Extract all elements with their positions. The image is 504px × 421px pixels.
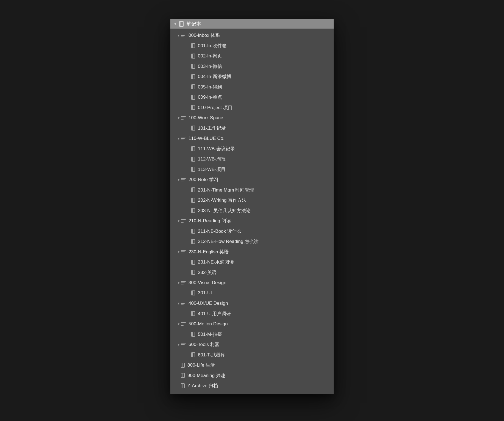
- notebooks-header-title: 笔记本: [186, 21, 201, 27]
- chevron-down-icon: ▼: [176, 34, 181, 37]
- notebook-item[interactable]: 212-NB-How Reading 怎么读: [170, 236, 334, 247]
- chevron-down-icon: ▼: [176, 250, 181, 253]
- notebook-icon: [191, 64, 195, 69]
- tree-item-label: 111-WB-会议记录: [198, 146, 235, 152]
- notebook-icon: [179, 21, 184, 27]
- notebook-item[interactable]: 501-M-拍摄: [170, 329, 334, 340]
- tree-item-label: 002-In-网页: [198, 53, 222, 59]
- tree-item-label: 200-Note 学习: [189, 176, 218, 183]
- notebook-item[interactable]: 112-WB-周报: [170, 154, 334, 164]
- notebook-stack[interactable]: ▼110-W-BLUE Co.: [170, 133, 334, 144]
- stack-icon: [181, 250, 186, 253]
- notebook-item[interactable]: Z-Archive 归档: [170, 381, 334, 391]
- notebook-icon: [191, 239, 195, 244]
- tree-item-label: 800-Life 生活: [187, 362, 215, 368]
- notebook-item[interactable]: 211-NB-Book 读什么: [170, 226, 334, 237]
- stack-icon: [181, 34, 186, 37]
- notebook-item[interactable]: 004-In-新浪微博: [170, 71, 334, 82]
- notebook-item[interactable]: 113-WB-项目: [170, 164, 334, 175]
- tree-item-label: 212-NB-How Reading 怎么读: [198, 238, 259, 245]
- notebook-icon: [191, 105, 195, 110]
- tree-item-label: 600-Tools 利器: [189, 341, 219, 348]
- stack-icon: [181, 343, 186, 346]
- tree-item-label: 001-In-收件箱: [198, 43, 227, 49]
- tree-item-label: 112-WB-周报: [198, 156, 226, 162]
- notebook-item[interactable]: 009-In-圈点: [170, 92, 334, 103]
- tree-item-label: 101-工作记录: [198, 125, 226, 131]
- tree-item-label: 232-英语: [198, 269, 217, 276]
- stack-icon: [181, 322, 186, 326]
- chevron-down-icon: ▼: [176, 219, 181, 223]
- notebook-item[interactable]: 002-In-网页: [170, 51, 334, 61]
- tree-item-label: 110-W-BLUE Co.: [189, 136, 225, 141]
- notebook-icon: [191, 54, 195, 59]
- chevron-down-icon: ▼: [176, 302, 181, 305]
- tree-item-label: 300-Visual Design: [189, 280, 226, 286]
- notebook-icon: [181, 383, 185, 388]
- notebook-stack[interactable]: ▼210-N-Reading 阅读: [170, 216, 334, 226]
- tree-item-label: 230-N-English 英语: [189, 249, 229, 255]
- tree-item-label: 000-Inbox 体系: [189, 32, 220, 38]
- notebook-stack[interactable]: ▼000-Inbox 体系: [170, 30, 334, 41]
- notebook-icon: [191, 270, 195, 275]
- tree-item-label: 501-M-拍摄: [198, 331, 222, 337]
- chevron-down-icon: ▼: [176, 322, 181, 326]
- notebook-item[interactable]: 232-英语: [170, 267, 334, 278]
- notebook-item[interactable]: 900-Meaning 兴趣: [170, 370, 334, 381]
- notebook-item[interactable]: 201-N-Time Mgm 时间管理: [170, 185, 334, 195]
- tree-item-label: 301-UI: [198, 290, 212, 296]
- notebook-stack[interactable]: ▼200-Note 学习: [170, 175, 334, 185]
- notebooks-header[interactable]: ▼ 笔记本: [170, 19, 334, 29]
- tree-item-label: 003-In-微信: [198, 63, 222, 70]
- notebook-stack[interactable]: ▼500-Motion Design: [170, 319, 334, 329]
- notebook-icon: [191, 229, 195, 234]
- notebook-tree: ▼000-Inbox 体系001-In-收件箱002-In-网页003-In-微…: [170, 29, 334, 394]
- notebook-stack[interactable]: ▼600-Tools 利器: [170, 339, 334, 350]
- notebook-icon: [191, 187, 195, 192]
- tree-item-label: 210-N-Reading 阅读: [189, 218, 231, 224]
- notebook-item[interactable]: 005-In-得到: [170, 82, 334, 92]
- notebook-item[interactable]: 101-工作记录: [170, 123, 334, 134]
- chevron-down-icon: ▼: [176, 137, 181, 140]
- tree-item-label: 201-N-Time Mgm 时间管理: [198, 187, 254, 193]
- notebook-icon: [191, 208, 195, 213]
- tree-item-label: 100-Work Space: [189, 115, 223, 121]
- tree-item-label: 005-In-得到: [198, 84, 222, 90]
- tree-item-label: 009-In-圈点: [198, 94, 222, 100]
- notebook-item[interactable]: 203-N_吴伯凡认知方法论: [170, 206, 334, 216]
- tree-item-label: 004-In-新浪微博: [198, 73, 231, 80]
- notebook-icon: [191, 74, 195, 79]
- stack-icon: [181, 137, 186, 140]
- notebook-item[interactable]: 202-N-Writing 写作方法: [170, 195, 334, 206]
- notebook-item[interactable]: 800-Life 生活: [170, 360, 334, 370]
- notebook-item[interactable]: 010-Project 项目: [170, 103, 334, 113]
- stack-icon: [181, 219, 186, 223]
- notebook-icon: [191, 311, 195, 316]
- notebook-icon: [191, 260, 195, 265]
- notebook-stack[interactable]: ▼100-Work Space: [170, 113, 334, 123]
- notebook-icon: [191, 126, 195, 131]
- notebook-icon: [191, 84, 195, 89]
- tree-item-label: 401-U-用户调研: [198, 311, 231, 317]
- notebook-item[interactable]: 301-UI: [170, 288, 334, 298]
- notebook-item[interactable]: 401-U-用户调研: [170, 309, 334, 319]
- notebook-icon: [191, 290, 195, 295]
- notebook-item[interactable]: 003-In-微信: [170, 61, 334, 72]
- notebook-icon: [181, 373, 185, 378]
- notebook-item[interactable]: 601-T-武器库: [170, 350, 334, 360]
- chevron-down-icon: ▼: [176, 281, 181, 284]
- notebook-item[interactable]: 231-NE-水滴阅读: [170, 257, 334, 267]
- notebook-stack[interactable]: ▼400-UX/UE Design: [170, 298, 334, 309]
- notebook-stack[interactable]: ▼300-Visual Design: [170, 278, 334, 288]
- tree-item-label: 500-Motion Design: [189, 321, 228, 327]
- notebook-icon: [191, 43, 195, 48]
- notebook-stack[interactable]: ▼230-N-English 英语: [170, 247, 334, 257]
- tree-item-label: 203-N_吴伯凡认知方法论: [198, 207, 251, 214]
- notebook-icon: [191, 146, 195, 151]
- notebook-item[interactable]: 001-In-收件箱: [170, 41, 334, 51]
- stack-icon: [181, 281, 186, 284]
- tree-item-label: 601-T-武器库: [198, 352, 225, 358]
- notebook-item[interactable]: 111-WB-会议记录: [170, 144, 334, 154]
- tree-item-label: 400-UX/UE Design: [189, 301, 228, 306]
- chevron-down-icon: ▼: [173, 22, 178, 26]
